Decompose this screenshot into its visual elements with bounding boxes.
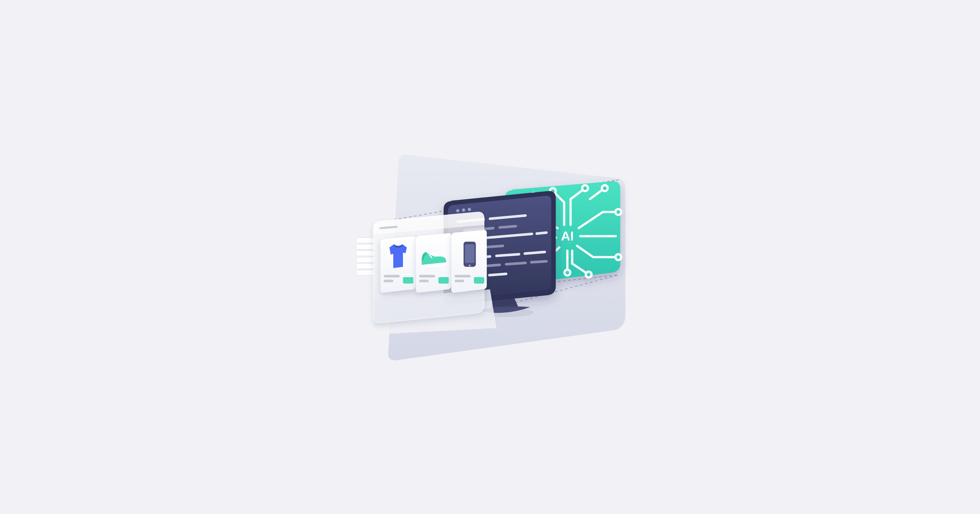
product-card-phone — [451, 230, 487, 293]
svg-rect-40 — [356, 257, 375, 263]
svg-rect-57 — [455, 280, 464, 282]
svg-rect-46 — [403, 277, 413, 283]
scene-svg: AI — [245, 128, 735, 386]
svg-point-16 — [456, 209, 460, 212]
svg-line-43 — [380, 227, 396, 228]
svg-rect-56 — [455, 275, 471, 277]
svg-point-11 — [616, 254, 621, 260]
svg-rect-39 — [356, 250, 375, 256]
svg-rect-45 — [384, 280, 393, 282]
svg-rect-44 — [384, 275, 400, 277]
svg-line-25 — [537, 232, 547, 234]
svg-point-10 — [616, 209, 621, 215]
svg-point-18 — [468, 208, 471, 211]
svg-line-29 — [496, 254, 519, 256]
svg-rect-50 — [419, 275, 435, 277]
svg-line-33 — [506, 263, 525, 264]
svg-point-9 — [565, 269, 570, 275]
svg-point-5 — [582, 185, 588, 191]
product-card-tshirt — [380, 236, 416, 293]
sidebar-list — [356, 238, 375, 275]
product-card-sneaker — [416, 233, 451, 293]
svg-rect-58 — [474, 277, 484, 283]
svg-rect-42 — [356, 270, 375, 275]
svg-point-12 — [586, 271, 592, 277]
svg-rect-41 — [356, 264, 375, 269]
svg-rect-51 — [419, 280, 429, 282]
svg-point-17 — [462, 208, 465, 212]
svg-line-36 — [489, 274, 506, 275]
svg-rect-37 — [356, 238, 375, 243]
svg-rect-54 — [465, 244, 474, 263]
storefront-layer — [356, 212, 487, 323]
svg-line-22 — [500, 226, 516, 227]
ai-label: AI — [561, 229, 574, 243]
svg-rect-38 — [356, 244, 375, 249]
svg-line-30 — [525, 252, 545, 253]
svg-rect-52 — [438, 277, 449, 283]
svg-point-14 — [602, 185, 608, 191]
svg-point-55 — [469, 264, 471, 266]
phone-icon — [464, 242, 476, 267]
illustration-ai-commerce-layers: AI — [0, 0, 980, 514]
svg-line-34 — [531, 261, 546, 262]
